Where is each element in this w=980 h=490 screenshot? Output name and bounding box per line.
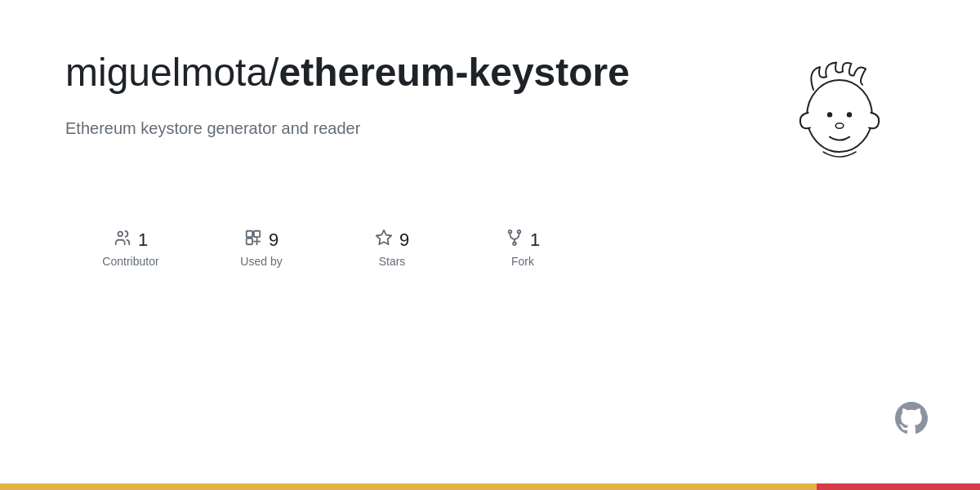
- svg-point-0: [807, 80, 872, 152]
- bottom-bar-yellow: [0, 483, 817, 490]
- octocat-illustration: [768, 57, 898, 188]
- fork-label: Fork: [511, 255, 534, 268]
- used-by-count: 9: [269, 229, 278, 251]
- svg-rect-6: [254, 231, 260, 237]
- used-by-icon: [244, 229, 262, 252]
- star-icon: [375, 229, 393, 252]
- github-icon-wrap[interactable]: [892, 399, 931, 441]
- fork-icon: [506, 229, 523, 252]
- repo-name: ethereum-keystore: [278, 51, 630, 94]
- svg-rect-7: [247, 238, 252, 244]
- svg-point-1: [827, 112, 832, 117]
- stat-used-by[interactable]: 9 Used by: [196, 229, 327, 268]
- repo-title: miguelmota/ethereum-keystore: [65, 49, 751, 96]
- bottom-bar: [0, 483, 980, 490]
- stat-stars[interactable]: 9 Stars: [327, 229, 457, 268]
- svg-rect-5: [247, 231, 252, 237]
- left-section: miguelmota/ethereum-keystore Ethereum ke…: [65, 49, 751, 140]
- fork-count: 1: [530, 229, 540, 251]
- svg-marker-8: [376, 230, 391, 244]
- svg-point-2: [847, 112, 852, 117]
- stat-fork[interactable]: 1 Fork: [457, 229, 588, 268]
- used-by-label: Used by: [240, 255, 282, 268]
- github-icon: [892, 399, 931, 438]
- svg-point-4: [118, 232, 122, 237]
- main-content: miguelmota/ethereum-keystore Ethereum ke…: [0, 0, 980, 188]
- contributors-count: 1: [138, 229, 148, 251]
- stat-contributors[interactable]: 1 Contributor: [65, 229, 196, 268]
- repo-owner: miguelmota/: [65, 51, 278, 94]
- bottom-bar-red: [817, 483, 980, 490]
- stats-row: 1 Contributor 9 Used by: [0, 188, 980, 268]
- stars-count: 9: [399, 229, 409, 251]
- contributors-label: Contributor: [102, 255, 158, 268]
- right-section: [751, 49, 915, 188]
- contributors-icon: [114, 229, 131, 252]
- repo-description: Ethereum keystore generator and reader: [65, 116, 751, 140]
- stars-label: Stars: [379, 255, 406, 268]
